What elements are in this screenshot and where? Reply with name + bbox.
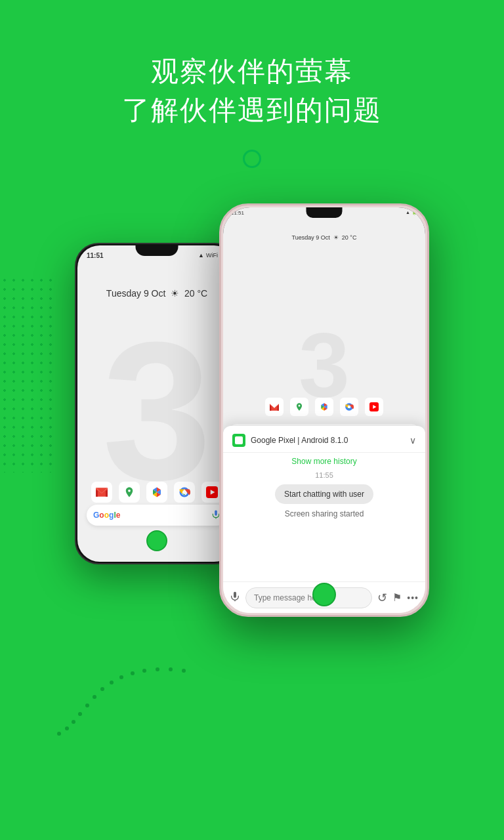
left-phone-weather-icon: ☀ (171, 288, 179, 299)
left-phone: 11:51 ▲ WiFi 🔋 Tuesday 9 Oct ☀ 20 °C 3 (75, 243, 239, 564)
svg-point-2 (156, 667, 159, 671)
left-phone-home-button[interactable] (146, 530, 167, 551)
svg-point-20 (348, 406, 351, 409)
mini-maps-icon (290, 398, 308, 416)
svg-point-10 (78, 712, 82, 716)
mini-gmail-icon (265, 398, 284, 416)
svg-point-5 (119, 675, 123, 679)
svg-point-7 (100, 687, 104, 691)
chat-bubble-container: Start chatting with user (232, 484, 416, 509)
mini-photos-icon (315, 398, 333, 416)
show-history-link[interactable]: Show more history (232, 457, 416, 466)
message-input[interactable] (245, 587, 372, 608)
mini-status-bar: 11:51 ▲ 🔋 (223, 207, 425, 216)
svg-point-13 (57, 732, 61, 736)
chat-header-left: Google Pixel | Android 8.1.0 (232, 434, 348, 447)
mini-app-icons (223, 398, 425, 416)
left-phone-time: 11:51 (87, 252, 104, 259)
title-section: 观察伙伴的萤幕 了解伙伴遇到的问题 (0, 0, 504, 168)
mini-screen: 11:51 ▲ 🔋 Tuesday 9 Oct ☀ 20 °C 3 (223, 207, 425, 444)
svg-point-3 (142, 669, 146, 673)
chat-header: Google Pixel | Android 8.1.0 ∨ (223, 426, 425, 453)
svg-point-6 (110, 681, 114, 684)
mini-date-widget: Tuesday 9 Oct ☀ 20 °C (223, 234, 425, 241)
left-phone-number-3: 3 (102, 312, 212, 509)
google-g-left: Google (93, 511, 120, 520)
title-line2: 了解伙伴遇到的问题 (0, 91, 504, 130)
screen-sharing-msg: Screen sharing started (232, 509, 416, 518)
circle-indicator (243, 150, 261, 168)
svg-point-0 (182, 669, 186, 673)
left-phone-maps-icon (119, 482, 140, 503)
chat-bubble: Start chatting with user (275, 484, 373, 504)
svg-point-12 (65, 726, 69, 730)
title-line1: 观察伙伴的萤幕 (0, 52, 504, 91)
svg-point-8 (93, 695, 96, 699)
dots-curve-decoration (39, 663, 223, 742)
left-phone-date-widget: Tuesday 9 Oct ☀ 20 °C (77, 287, 236, 299)
chat-tools: ↺ ⚑ ••• (377, 591, 419, 605)
chat-body: Show more history 11:55 Start chatting w… (223, 453, 425, 529)
pixel-icon-inner (235, 436, 243, 444)
left-phone-chrome-icon (174, 482, 195, 503)
mini-time: 11:51 (231, 210, 244, 216)
mini-status-icons: ▲ 🔋 (406, 210, 417, 216)
right-phone-screen-top: 11:51 ▲ 🔋 Tuesday 9 Oct ☀ 20 °C 3 (223, 207, 425, 444)
left-phone-notch (136, 244, 178, 256)
left-phone-gmail-icon (91, 482, 112, 503)
mic-icon[interactable] (230, 591, 240, 604)
flag-icon[interactable]: ⚑ (392, 591, 402, 604)
svg-point-4 (131, 671, 135, 675)
left-phone-app-icons (77, 482, 236, 503)
more-icon[interactable]: ••• (407, 593, 419, 603)
mini-number-3: 3 (299, 319, 350, 411)
svg-point-1 (169, 667, 173, 671)
phones-container: 11:51 ▲ WiFi 🔋 Tuesday 9 Oct ☀ 20 °C 3 (0, 203, 504, 617)
rotate-icon[interactable]: ↺ (377, 591, 387, 605)
svg-point-16 (182, 490, 186, 494)
svg-point-9 (85, 704, 89, 707)
mini-chrome-icon (340, 398, 358, 416)
pixel-device-icon (232, 434, 245, 447)
svg-point-11 (72, 720, 75, 724)
left-phone-photos-icon (146, 482, 167, 503)
chat-device-name: Google Pixel | Android 8.1.0 (251, 436, 348, 445)
right-phone-home-button[interactable] (312, 583, 336, 606)
chat-timestamp: 11:55 (232, 471, 416, 479)
left-phone-date-text: Tuesday 9 Oct ☀ 20 °C (106, 288, 207, 299)
mini-youtube-icon (365, 398, 383, 416)
left-phone-search-bar: Google (87, 505, 227, 526)
right-phone: 11:51 ▲ 🔋 Tuesday 9 Oct ☀ 20 °C 3 (219, 203, 429, 617)
chat-chevron-icon[interactable]: ∨ (410, 435, 416, 446)
